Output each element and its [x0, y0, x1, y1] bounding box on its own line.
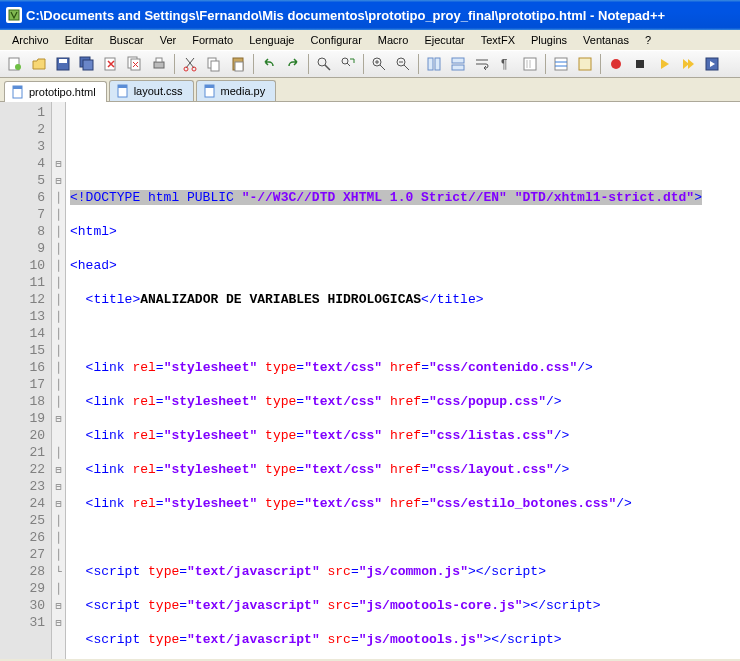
menu-configurar[interactable]: Configurar — [302, 32, 369, 48]
show-all-chars-button[interactable]: ¶ — [495, 53, 517, 75]
print-button[interactable] — [148, 53, 170, 75]
open-file-button[interactable] — [28, 53, 50, 75]
sync-v-button[interactable] — [423, 53, 445, 75]
lang-button[interactable] — [550, 53, 572, 75]
undo-button[interactable] — [258, 53, 280, 75]
menu-ver[interactable]: Ver — [152, 32, 185, 48]
svg-point-2 — [15, 64, 21, 70]
svg-rect-22 — [428, 58, 433, 70]
redo-button[interactable] — [282, 53, 304, 75]
play-macro-button[interactable] — [653, 53, 675, 75]
window-title: C:\Documents and Settings\Fernando\Mis d… — [26, 8, 665, 23]
line-number-gutter: 1234567891011121314151617181920212223242… — [0, 102, 52, 659]
find-button[interactable] — [313, 53, 335, 75]
menu-editar[interactable]: Editar — [57, 32, 102, 48]
replace-button[interactable] — [337, 53, 359, 75]
save-all-button[interactable] — [76, 53, 98, 75]
menu-formato[interactable]: Formato — [184, 32, 241, 48]
stop-macro-button[interactable] — [629, 53, 651, 75]
tab-prototipo[interactable]: prototipo.html — [4, 81, 107, 102]
svg-rect-23 — [435, 58, 440, 70]
sync-h-button[interactable] — [447, 53, 469, 75]
svg-rect-10 — [154, 62, 164, 68]
paste-button[interactable] — [227, 53, 249, 75]
close-all-button[interactable] — [124, 53, 146, 75]
menubar: Archivo Editar Buscar Ver Formato Lengua… — [0, 30, 740, 50]
menu-buscar[interactable]: Buscar — [101, 32, 151, 48]
wrap-button[interactable] — [471, 53, 493, 75]
file-icon — [203, 84, 217, 98]
svg-text:¶: ¶ — [501, 57, 507, 71]
tab-layout[interactable]: layout.css — [109, 80, 194, 101]
close-button[interactable] — [100, 53, 122, 75]
menu-ejecutar[interactable]: Ejecutar — [416, 32, 472, 48]
toolbar: ¶ — [0, 50, 740, 78]
svg-rect-15 — [211, 61, 219, 71]
save-button[interactable] — [52, 53, 74, 75]
tab-bar: prototipo.html layout.css media.py — [0, 78, 740, 102]
svg-rect-11 — [156, 58, 162, 62]
svg-rect-28 — [555, 58, 567, 70]
tab-label: media.py — [221, 85, 266, 97]
svg-rect-38 — [205, 85, 214, 88]
svg-rect-6 — [83, 60, 93, 70]
toolbar-separator — [363, 54, 364, 74]
svg-rect-24 — [452, 58, 464, 63]
menu-textfx[interactable]: TextFX — [473, 32, 523, 48]
menu-macro[interactable]: Macro — [370, 32, 417, 48]
svg-rect-17 — [235, 62, 243, 71]
toolbar-separator — [600, 54, 601, 74]
file-icon — [116, 84, 130, 98]
svg-rect-29 — [579, 58, 591, 70]
svg-rect-4 — [59, 59, 67, 63]
svg-point-18 — [318, 58, 326, 66]
tab-label: prototipo.html — [29, 86, 96, 98]
svg-rect-34 — [13, 86, 22, 89]
tab-label: layout.css — [134, 85, 183, 97]
toolbar-separator — [545, 54, 546, 74]
save-macro-button[interactable] — [701, 53, 723, 75]
window-titlebar: C:\Documents and Settings\Fernando\Mis d… — [0, 0, 740, 30]
toolbar-separator — [174, 54, 175, 74]
new-file-button[interactable] — [4, 53, 26, 75]
menu-lenguaje[interactable]: Lenguaje — [241, 32, 302, 48]
menu-archivo[interactable]: Archivo — [4, 32, 57, 48]
copy-button[interactable] — [203, 53, 225, 75]
code-editor[interactable]: 1234567891011121314151617181920212223242… — [0, 102, 740, 659]
tab-media[interactable]: media.py — [196, 80, 277, 101]
svg-rect-25 — [452, 65, 464, 70]
zoom-out-button[interactable] — [392, 53, 414, 75]
code-area[interactable]: <!DOCTYPE html PUBLIC "-//W3C//DTD XHTML… — [66, 102, 740, 659]
toolbar-separator — [418, 54, 419, 74]
menu-help[interactable]: ? — [637, 32, 659, 48]
zoom-in-button[interactable] — [368, 53, 390, 75]
doc-map-button[interactable] — [574, 53, 596, 75]
fold-column[interactable]: ⊟⊟│││││││││││││⊟│⊟⊟⊟│││└│⊟⊟ — [52, 102, 66, 659]
toolbar-separator — [308, 54, 309, 74]
svg-rect-31 — [636, 60, 644, 68]
svg-point-30 — [611, 59, 621, 69]
menu-plugins[interactable]: Plugins — [523, 32, 575, 48]
file-icon — [11, 85, 25, 99]
menu-ventanas[interactable]: Ventanas — [575, 32, 637, 48]
play-multi-button[interactable] — [677, 53, 699, 75]
record-macro-button[interactable] — [605, 53, 627, 75]
cut-button[interactable] — [179, 53, 201, 75]
app-icon — [6, 7, 22, 23]
indent-guide-button[interactable] — [519, 53, 541, 75]
svg-rect-36 — [118, 85, 127, 88]
toolbar-separator — [253, 54, 254, 74]
